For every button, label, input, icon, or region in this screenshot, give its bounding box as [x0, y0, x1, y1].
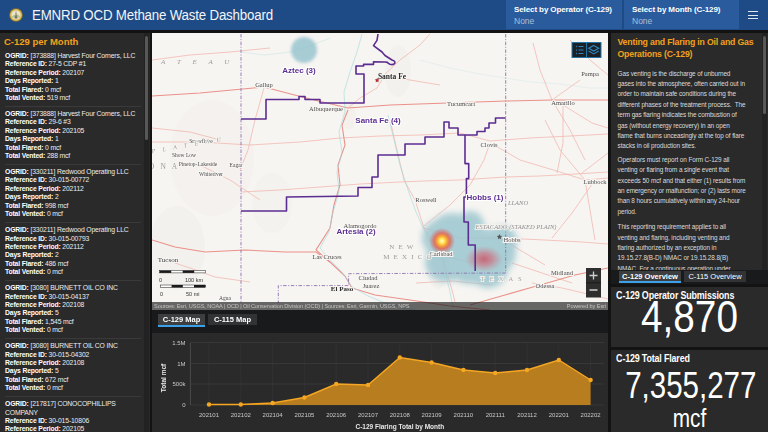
svg-text:1.5M: 1.5M	[172, 340, 185, 346]
svg-text:Odessa: Odessa	[536, 282, 555, 289]
svg-text:Amarillo: Amarillo	[551, 99, 574, 106]
svg-text:Carlsbad: Carlsbad	[429, 250, 453, 257]
svg-text:Albuquerque: Albuquerque	[309, 105, 343, 112]
svg-text:100 km: 100 km	[185, 277, 203, 283]
svg-text:202106: 202106	[326, 412, 347, 418]
svg-text:Tucumcari: Tucumcari	[447, 100, 475, 107]
svg-text:Hobbs (1): Hobbs (1)	[467, 193, 504, 202]
svg-text:Show Low: Show Low	[172, 152, 196, 158]
svg-text:Hobbs: Hobbs	[504, 236, 521, 243]
svg-text:Ciudad: Ciudad	[359, 274, 379, 281]
svg-text:Total mcf: Total mcf	[160, 363, 167, 392]
svg-text:Artesia (2): Artesia (2)	[336, 227, 375, 236]
svg-text:202109: 202109	[422, 412, 443, 418]
svg-text:202105: 202105	[294, 412, 315, 418]
svg-text:Midland: Midland	[551, 269, 574, 276]
svg-text:Eagar: Eagar	[230, 162, 243, 168]
svg-text:M E X I C O: M E X I C O	[383, 253, 433, 261]
svg-text:Whiteriver: Whiteriver	[199, 171, 223, 177]
svg-text:Santa Fe: Santa Fe	[378, 72, 407, 81]
svg-text:202201: 202201	[549, 412, 570, 418]
svg-text:202108: 202108	[390, 412, 411, 418]
svg-text:Las Cruces: Las Cruces	[312, 253, 342, 260]
svg-text:Juarez: Juarez	[363, 282, 380, 289]
svg-text:T E X A S: T E X A S	[481, 275, 524, 282]
svg-text:Gallup: Gallup	[255, 81, 273, 88]
svg-text:Santa Fe (4): Santa Fe (4)	[355, 116, 401, 125]
svg-text:Lubbock: Lubbock	[583, 178, 607, 185]
svg-text:500k: 500k	[172, 381, 186, 387]
svg-text:202202: 202202	[581, 412, 602, 418]
svg-text:ESTACADO (STAKED PLAIN): ESTACADO (STAKED PLAIN)	[474, 223, 556, 231]
svg-text:LLANO: LLANO	[507, 199, 529, 206]
svg-text:Agua: Agua	[219, 295, 231, 301]
svg-text:Pampa: Pampa	[581, 70, 599, 77]
svg-text:Tucson: Tucson	[158, 256, 179, 264]
svg-text:202111: 202111	[486, 412, 506, 418]
svg-text:202104: 202104	[263, 412, 284, 418]
svg-text:C-129 Flaring Total by Month: C-129 Flaring Total by Month	[355, 423, 444, 431]
svg-text:O N A: O N A	[152, 162, 179, 171]
svg-text:Roswell: Roswell	[415, 196, 437, 203]
svg-text:El Paso: El Paso	[331, 285, 354, 293]
svg-text:0: 0	[182, 402, 186, 408]
svg-text:0: 0	[159, 277, 162, 283]
svg-text:N E W: N E W	[389, 243, 414, 251]
svg-text:202107: 202107	[358, 412, 379, 418]
svg-text:202102: 202102	[231, 412, 252, 418]
svg-text:Pinetop-Lakeside: Pinetop-Lakeside	[179, 161, 218, 167]
svg-text:202112: 202112	[517, 412, 537, 418]
svg-text:Clovis: Clovis	[481, 141, 498, 148]
svg-text:50 mi: 50 mi	[186, 291, 199, 297]
svg-text:1M: 1M	[177, 361, 185, 367]
svg-text:0: 0	[160, 291, 163, 297]
svg-text:202110: 202110	[454, 412, 474, 418]
svg-text:L A T E A U: L A T E A U	[152, 58, 234, 66]
svg-text:Aztec (3): Aztec (3)	[282, 66, 316, 75]
svg-text:202101: 202101	[199, 412, 220, 418]
